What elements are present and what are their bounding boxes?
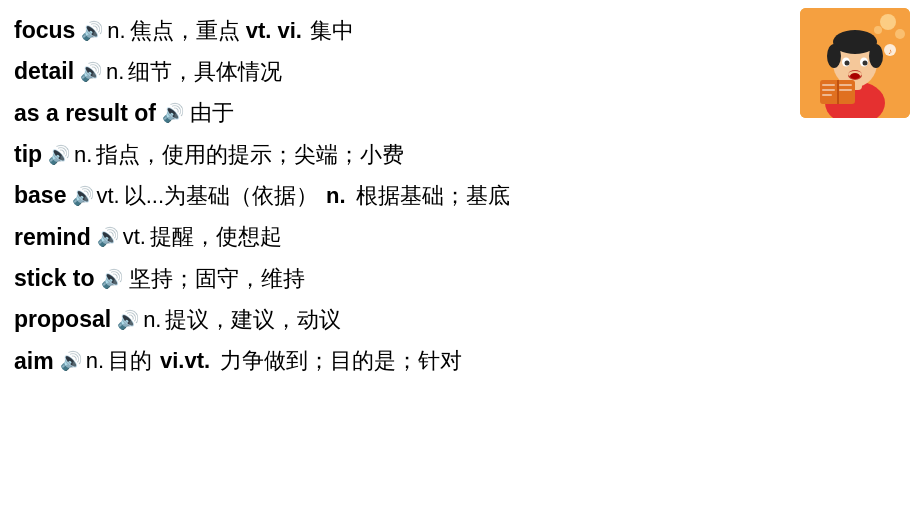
zh-focus-2: 集中	[310, 15, 354, 47]
svg-point-13	[863, 61, 868, 66]
svg-text:♪: ♪	[888, 47, 892, 56]
svg-rect-20	[822, 89, 835, 91]
svg-rect-19	[822, 84, 835, 86]
zh-remind-1: 提醒，使想起	[150, 221, 282, 253]
speaker-icon-aim[interactable]	[60, 348, 82, 374]
word-proposal: proposal	[14, 303, 111, 336]
vocab-row-proposal: proposal n. 提议，建议，动议	[14, 299, 906, 340]
vocab-row-detail: detail n. 细节，具体情况	[14, 51, 906, 92]
word-detail: detail	[14, 55, 74, 88]
vocab-row-stick-to: stick to 坚持；固守，维持	[14, 258, 906, 299]
word-tip: tip	[14, 138, 42, 171]
zh-base-1: 以...为基础（依据）	[124, 180, 318, 212]
vocab-row-as-a-result-of: as a result of 由于	[14, 93, 906, 134]
pos-base-2: n.	[326, 180, 346, 212]
word-aim: aim	[14, 345, 54, 378]
speaker-icon-detail[interactable]	[80, 59, 102, 85]
zh-tip-1: 指点，使用的提示；尖端；小费	[96, 139, 404, 171]
vocab-row-aim: aim n. 目的 vi.vt. 力争做到；目的是；针对	[14, 341, 906, 382]
speaker-icon-tip[interactable]	[48, 142, 70, 168]
pos-base-1: vt.	[96, 180, 119, 212]
word-focus: focus	[14, 14, 75, 47]
vocab-list: focus n. 焦点，重点 vt. vi. 集中 detail n. 细节，具…	[0, 0, 920, 518]
zh-base-2: 根据基础；基底	[356, 180, 510, 212]
word-remind: remind	[14, 221, 91, 254]
word-stick-to: stick to	[14, 262, 95, 295]
speaker-icon-base[interactable]	[72, 183, 94, 209]
svg-point-8	[827, 44, 841, 68]
svg-rect-21	[822, 94, 832, 96]
svg-point-16	[850, 73, 860, 79]
svg-rect-18	[837, 80, 839, 104]
vocab-row-focus: focus n. 焦点，重点 vt. vi. 集中	[14, 10, 906, 51]
word-as-a-result-of: as a result of	[14, 97, 156, 130]
zh-stick-to: 坚持；固守，维持	[129, 263, 305, 295]
zh-aim-2: 力争做到；目的是；针对	[220, 345, 462, 377]
svg-point-1	[880, 14, 896, 30]
word-base: base	[14, 179, 66, 212]
svg-point-12	[845, 61, 850, 66]
vocab-row-tip: tip n. 指点，使用的提示；尖端；小费	[14, 134, 906, 175]
zh-as-a-result-of: 由于	[190, 97, 234, 129]
pos-focus-1: n.	[107, 15, 125, 47]
pos-remind-1: vt.	[123, 221, 146, 253]
zh-proposal-1: 提议，建议，动议	[165, 304, 341, 336]
speaker-icon-remind[interactable]	[97, 224, 119, 250]
speaker-icon-as-a-result-of[interactable]	[162, 100, 184, 126]
svg-rect-22	[839, 84, 852, 86]
pos-aim-2: vi.vt.	[160, 345, 210, 377]
pos-detail-1: n.	[106, 56, 124, 88]
speaker-icon-proposal[interactable]	[117, 307, 139, 333]
speaker-icon-focus[interactable]	[81, 18, 103, 44]
avatar-svg: ♪	[800, 8, 910, 118]
zh-focus-1: 焦点，重点	[130, 15, 240, 47]
pos-tip-1: n.	[74, 139, 92, 171]
pos-focus-2: vt. vi.	[246, 15, 302, 47]
svg-point-9	[869, 44, 883, 68]
pos-aim-1: n.	[86, 345, 104, 377]
vocab-row-remind: remind vt. 提醒，使想起	[14, 217, 906, 258]
zh-aim-1: 目的	[108, 345, 152, 377]
vocab-row-base: base vt. 以...为基础（依据） n. 根据基础；基底	[14, 175, 906, 216]
svg-point-3	[874, 26, 882, 34]
teacher-avatar: ♪	[800, 8, 910, 118]
svg-point-2	[895, 29, 905, 39]
svg-rect-23	[839, 89, 852, 91]
speaker-icon-stick-to[interactable]	[101, 266, 123, 292]
zh-detail-1: 细节，具体情况	[128, 56, 282, 88]
pos-proposal-1: n.	[143, 304, 161, 336]
